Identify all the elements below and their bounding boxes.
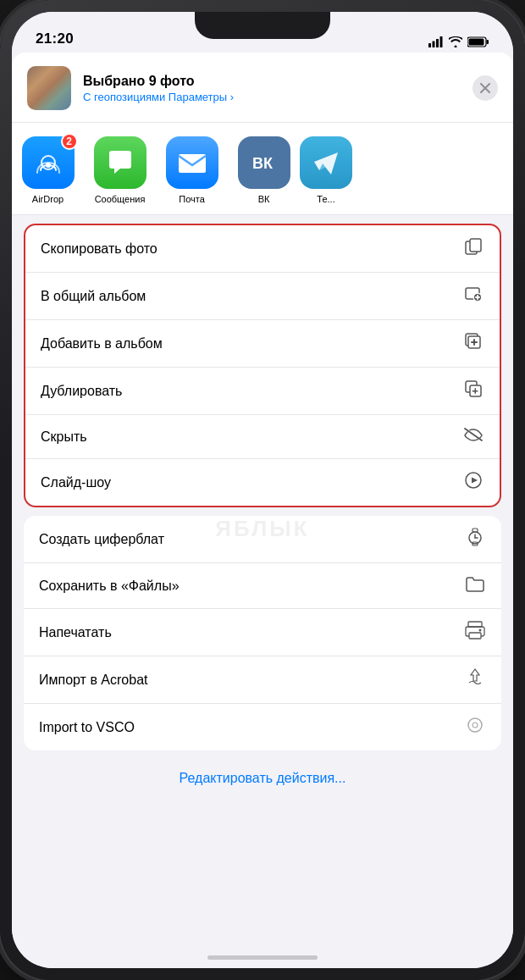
svg-rect-1 <box>433 42 435 48</box>
wifi-icon <box>449 36 462 47</box>
messages-label: Сообщения <box>95 194 146 204</box>
acrobat-icon <box>464 668 486 691</box>
app-item-vk[interactable]: ВК ВК <box>228 136 300 204</box>
hide-icon <box>462 427 484 446</box>
action-group-1: Скопировать фото В общий альбом <box>24 224 501 507</box>
airdrop-badge: 2 <box>61 133 78 150</box>
svg-rect-19 <box>475 296 480 298</box>
messages-icon-wrap <box>94 136 146 189</box>
vk-icon-wrap: ВК <box>238 136 290 189</box>
share-subtitle-text: С геопозициями <box>83 91 165 103</box>
svg-rect-5 <box>487 40 489 44</box>
telegram-icon-wrap <box>300 136 352 189</box>
action-group-1-wrapper: Скопировать фото В общий альбом <box>24 224 501 507</box>
vk-label: ВК <box>258 194 270 204</box>
action-print[interactable]: Напечатать <box>24 609 501 656</box>
app-item-airdrop[interactable]: 2 AirDrop <box>12 136 84 204</box>
svg-rect-27 <box>472 390 478 392</box>
notch <box>195 12 330 39</box>
svg-rect-6 <box>469 39 484 46</box>
app-item-messages[interactable]: Сообщения <box>84 136 156 204</box>
airdrop-icon <box>32 147 64 179</box>
close-icon <box>480 83 490 93</box>
airdrop-label: AirDrop <box>32 194 64 204</box>
print-label: Напечатать <box>39 625 112 640</box>
share-header: Выбрано 9 фото С геопозициями Параметры … <box>12 53 513 123</box>
share-close-button[interactable] <box>472 75 498 101</box>
action-add-album[interactable]: Добавить в альбом <box>25 320 500 368</box>
messages-icon <box>105 147 135 178</box>
action-watch-face[interactable]: Создать циферблат <box>24 516 501 563</box>
thumbnail-image <box>27 66 71 110</box>
action-copy-photo[interactable]: Скопировать фото <box>25 225 500 273</box>
telegram-icon <box>311 147 341 178</box>
app-row: 2 AirDrop Сообщения <box>12 123 513 215</box>
vsco-label: Import to VSCO <box>39 720 135 735</box>
edit-actions: Редактировать действия... <box>12 759 513 798</box>
mail-icon-wrap <box>166 136 218 189</box>
svg-rect-23 <box>471 341 478 343</box>
action-slideshow[interactable]: Слайд-шоу <box>25 459 500 506</box>
share-params-link[interactable]: Параметры <box>169 91 227 103</box>
action-shared-album[interactable]: В общий альбом <box>25 273 500 320</box>
share-info: Выбрано 9 фото С геопозициями Параметры … <box>83 74 461 103</box>
svg-rect-0 <box>428 43 431 47</box>
duplicate-label: Дублировать <box>41 384 122 399</box>
airdrop-icon-wrap: 2 <box>22 136 75 189</box>
svg-rect-30 <box>472 529 478 532</box>
phone-frame: 21:20 <box>0 0 525 980</box>
screen: 21:20 <box>12 12 513 968</box>
telegram-label: Те... <box>317 194 334 204</box>
save-files-label: Сохранить в «Файлы» <box>39 579 180 594</box>
status-time: 21:20 <box>36 30 74 47</box>
app-item-telegram[interactable]: Те... <box>300 136 352 204</box>
status-icons <box>428 36 489 47</box>
edit-actions-label[interactable]: Редактировать действия... <box>180 771 346 785</box>
vk-app-icon: ВК <box>238 136 290 189</box>
action-acrobat[interactable]: Импорт в Acrobat <box>24 656 501 704</box>
action-duplicate[interactable]: Дублировать <box>25 368 500 415</box>
action-hide[interactable]: Скрыть <box>25 415 500 459</box>
slideshow-label: Слайд-шоу <box>41 475 111 490</box>
duplicate-icon <box>462 379 484 402</box>
svg-rect-34 <box>468 622 482 627</box>
watch-face-label: Создать циферблат <box>39 532 164 547</box>
save-files-icon <box>464 575 486 596</box>
svg-rect-2 <box>436 39 439 47</box>
action-vsco[interactable]: Import to VSCO <box>24 704 501 750</box>
copy-photo-label: Скопировать фото <box>41 241 158 257</box>
svg-text:ВК: ВК <box>252 155 274 172</box>
svg-rect-11 <box>179 154 206 173</box>
messages-app-icon <box>94 136 146 189</box>
action-group-2: Создать циферблат Сохранить в «Файлы» <box>24 516 501 750</box>
share-sheet-container: Выбрано 9 фото С геопозициями Параметры … <box>12 53 513 968</box>
share-subtitle: С геопозициями Параметры › <box>83 91 461 103</box>
vsco-icon <box>464 716 486 739</box>
signal-icon <box>428 36 444 47</box>
hide-label: Скрыть <box>41 429 87 445</box>
action-save-files[interactable]: Сохранить в «Файлы» <box>24 563 501 609</box>
app-item-mail[interactable]: Почта <box>156 136 228 204</box>
watch-face-icon <box>464 528 486 551</box>
print-icon <box>464 621 486 644</box>
mail-app-icon <box>166 136 218 189</box>
svg-rect-3 <box>440 36 443 47</box>
svg-point-38 <box>468 718 482 732</box>
mail-icon <box>175 146 209 180</box>
share-thumbnail <box>27 66 71 110</box>
share-title: Выбрано 9 фото <box>83 74 461 89</box>
mail-label: Почта <box>179 194 205 204</box>
battery-icon <box>467 36 489 47</box>
shared-album-icon <box>462 285 484 307</box>
home-indicator <box>207 955 318 960</box>
add-album-label: Добавить в альбом <box>41 336 163 352</box>
svg-rect-36 <box>469 633 481 639</box>
copy-photo-icon <box>462 237 484 260</box>
vk-icon: ВК <box>248 147 280 179</box>
acrobat-label: Импорт в Acrobat <box>39 673 147 688</box>
slideshow-icon <box>462 471 484 494</box>
svg-point-37 <box>479 629 482 632</box>
svg-rect-14 <box>470 239 481 252</box>
add-album-icon <box>462 332 484 355</box>
shared-album-label: В общий альбом <box>41 289 146 304</box>
